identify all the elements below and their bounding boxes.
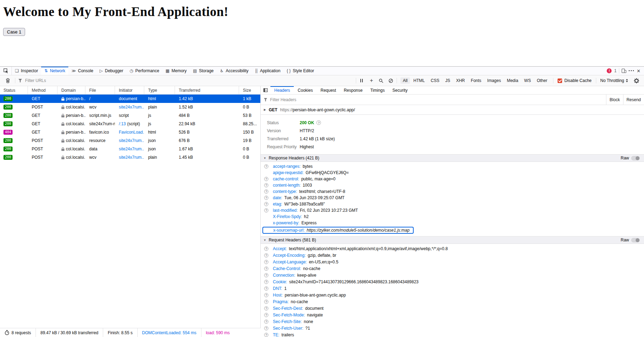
initiator-cell[interactable]: document bbox=[119, 96, 137, 101]
table-row[interactable]: 200 POST col.localsi... wcv site24x7rum.… bbox=[0, 103, 260, 111]
initiator-cell[interactable]: site24x7rum... bbox=[119, 147, 144, 151]
raw-toggle[interactable] bbox=[631, 156, 640, 160]
details-tab-response[interactable]: Response bbox=[340, 86, 366, 94]
type-filter-all[interactable]: All bbox=[400, 77, 410, 84]
type-filter-media[interactable]: Media bbox=[504, 77, 521, 84]
devtools-menu-icon[interactable] bbox=[629, 70, 634, 72]
tab-network[interactable]: ⇅ Network bbox=[41, 67, 68, 75]
help-icon[interactable]: ? bbox=[264, 189, 268, 194]
throttling-select[interactable]: No Throttling bbox=[600, 78, 628, 83]
tab-accessibility[interactable]: ♿ Accessibility bbox=[217, 67, 252, 75]
help-icon[interactable]: ? bbox=[264, 293, 268, 297]
column-header-transferred[interactable]: Transferred bbox=[175, 86, 239, 94]
request-url-row[interactable]: ▶ GET https://persian-blue-ant-gown.cycl… bbox=[261, 105, 644, 115]
tab-memory[interactable]: ▦ Memory bbox=[162, 67, 190, 75]
block-button[interactable]: Block bbox=[606, 95, 623, 105]
pause-traffic-icon[interactable] bbox=[358, 77, 366, 84]
column-header-type[interactable]: Type bbox=[144, 86, 175, 94]
responsive-design-mode-icon[interactable] bbox=[622, 69, 626, 73]
table-row[interactable]: 200 GET col.localsi... site24x7rum-mi /:… bbox=[0, 120, 260, 128]
details-tab-security[interactable]: Security bbox=[389, 86, 411, 94]
tab-application[interactable]: ⣿ Application bbox=[252, 67, 284, 75]
filter-headers-input[interactable] bbox=[270, 97, 375, 102]
help-icon[interactable]: ? bbox=[264, 320, 268, 324]
case-1-button[interactable]: Case 1 bbox=[3, 28, 25, 36]
column-header-size[interactable]: Size bbox=[239, 86, 261, 94]
search-icon[interactable] bbox=[377, 77, 385, 84]
details-tab-request[interactable]: Request bbox=[317, 86, 340, 94]
new-request-icon[interactable]: + bbox=[367, 77, 376, 84]
type-filter-fonts[interactable]: Fonts bbox=[468, 77, 484, 84]
resend-button[interactable]: Resend bbox=[623, 95, 644, 105]
help-icon[interactable]: ? bbox=[264, 183, 268, 187]
tab-storage[interactable]: ▤ Storage bbox=[190, 67, 217, 75]
header-row-sec-fetch-site: ? Sec-Fetch-Site: none bbox=[261, 318, 644, 325]
tab-performance[interactable]: ◷ Performance bbox=[127, 67, 162, 75]
table-row[interactable]: 200 POST col.localsi... data site24x7rum… bbox=[0, 145, 260, 153]
tab-console[interactable]: ≫ Console bbox=[68, 67, 97, 75]
help-icon[interactable]: ? bbox=[264, 286, 268, 291]
raw-toggle[interactable] bbox=[631, 238, 640, 242]
details-tab-headers[interactable]: Headers bbox=[270, 86, 294, 94]
type-filter-html[interactable]: HTML bbox=[411, 77, 427, 84]
initiator-cell[interactable]: FaviconLoad... bbox=[119, 130, 144, 135]
column-header-initiator[interactable]: Initiator bbox=[115, 86, 144, 94]
help-icon[interactable]: ? bbox=[264, 333, 268, 337]
help-icon[interactable]: ? bbox=[264, 267, 268, 271]
type-filter-xhr[interactable]: XHR bbox=[454, 77, 467, 84]
filter-urls-input[interactable] bbox=[25, 78, 171, 83]
raw-toggle-wrap: Raw bbox=[621, 238, 640, 242]
help-icon[interactable]: ? bbox=[264, 306, 268, 310]
initiator-cell[interactable]: script bbox=[119, 113, 129, 118]
pick-element-button[interactable] bbox=[0, 67, 12, 75]
header-value: bytes bbox=[302, 164, 313, 169]
help-icon[interactable]: ? bbox=[316, 120, 321, 125]
tab-inspector[interactable]: ❏ Inspector bbox=[12, 67, 41, 75]
help-icon[interactable]: ? bbox=[264, 273, 268, 277]
column-header-method[interactable]: Method bbox=[28, 86, 58, 94]
type-filter-css[interactable]: CSS bbox=[428, 77, 442, 84]
sidebar-toggle-icon[interactable] bbox=[261, 86, 270, 94]
close-icon[interactable]: ✕ bbox=[637, 68, 641, 74]
type-filter-ws[interactable]: WS bbox=[522, 77, 533, 84]
request-headers-section[interactable]: ▼ Request Headers (581 B) Raw bbox=[261, 236, 644, 244]
help-icon[interactable]: ? bbox=[264, 280, 268, 284]
table-row[interactable]: 200 GET persian-b... / document html 1.4… bbox=[0, 95, 260, 103]
help-icon[interactable]: ? bbox=[264, 313, 268, 317]
help-icon[interactable]: ? bbox=[264, 177, 268, 181]
type-filter-js[interactable]: JS bbox=[443, 77, 453, 84]
help-icon[interactable]: ? bbox=[264, 326, 268, 330]
error-badge-icon[interactable]: ! bbox=[607, 68, 612, 73]
initiator-cell[interactable]: site24x7rum... bbox=[119, 155, 144, 160]
column-header-domain[interactable]: Domain bbox=[58, 86, 85, 94]
table-row[interactable]: 200 POST col.localsi... wcv site24x7rum.… bbox=[0, 153, 260, 162]
initiator-cell[interactable]: site24x7rum... bbox=[119, 105, 144, 110]
network-settings-gear-icon[interactable] bbox=[632, 77, 641, 84]
response-headers-section[interactable]: ▼ Response Headers (421 B) Raw bbox=[261, 154, 644, 162]
tab-style-editor[interactable]: { } Style Editor bbox=[284, 67, 317, 75]
table-row[interactable]: 200 GET persian-b... script.min.js scrip… bbox=[0, 111, 260, 120]
help-icon[interactable]: ? bbox=[264, 202, 268, 206]
table-row[interactable]: 200 POST col.localsi... resource site24x… bbox=[0, 136, 260, 145]
help-icon[interactable]: ? bbox=[264, 164, 268, 168]
stopwatch-icon[interactable] bbox=[5, 330, 9, 335]
table-row[interactable]: 404 GET persian-b... favicon.ico Favicon… bbox=[0, 128, 260, 136]
help-icon[interactable]: ? bbox=[264, 300, 268, 304]
details-tab-cookies[interactable]: Cookies bbox=[294, 86, 316, 94]
block-request-icon[interactable] bbox=[387, 77, 395, 84]
column-header-status[interactable]: Status bbox=[0, 86, 28, 94]
help-icon[interactable]: ? bbox=[264, 247, 268, 251]
clear-requests-icon[interactable] bbox=[3, 77, 12, 84]
tab-debugger[interactable]: ▷ Debugger bbox=[97, 67, 127, 75]
type-filter-images[interactable]: Images bbox=[485, 77, 503, 84]
initiator-cell[interactable]: /:13 bbox=[119, 121, 126, 126]
details-tab-timings[interactable]: Timings bbox=[366, 86, 389, 94]
type-filter-other[interactable]: Other bbox=[534, 77, 550, 84]
initiator-cell[interactable]: site24x7rum... bbox=[119, 138, 144, 143]
help-icon[interactable]: ? bbox=[264, 253, 268, 257]
disable-cache-checkbox[interactable]: Disable Cache bbox=[558, 78, 591, 83]
column-header-file[interactable]: File bbox=[85, 86, 115, 94]
help-icon[interactable]: ? bbox=[264, 208, 268, 212]
help-icon[interactable]: ? bbox=[264, 260, 268, 264]
help-icon[interactable]: ? bbox=[264, 196, 268, 200]
